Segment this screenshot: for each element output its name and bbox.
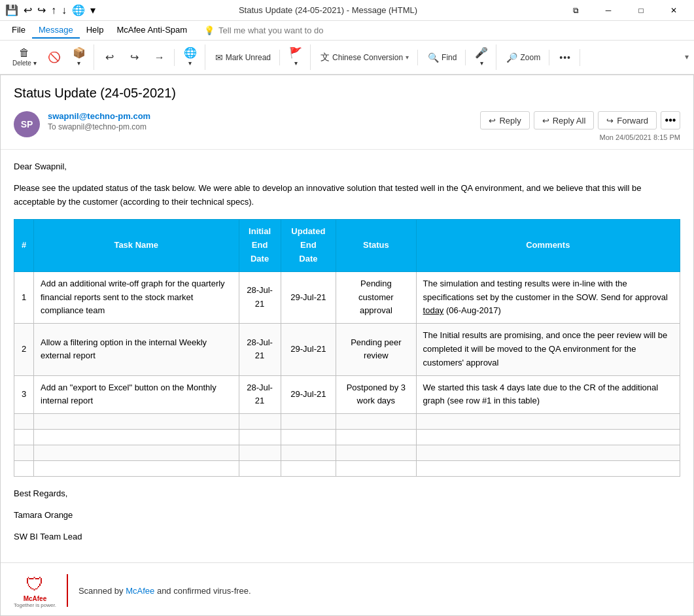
row3-status: Postponed by 3 work days <box>336 375 416 414</box>
translate-icon[interactable]: 🌐 <box>72 4 85 16</box>
delete-button[interactable]: 🗑 Delete ▾ <box>8 44 41 70</box>
search-input[interactable] <box>218 26 349 35</box>
signature-closing: Best Regards, <box>14 487 680 501</box>
maximize-button[interactable]: □ <box>626 0 656 21</box>
avatar: SP <box>14 111 40 137</box>
row2-status: Pending peer review <box>336 324 416 375</box>
mcafee-tagline: Together is power. <box>14 602 56 608</box>
footer-confirmed-text: and confirmed virus-free. <box>154 586 251 596</box>
redo-icon: ↪ <box>130 52 139 63</box>
col-header-task: Task Name <box>34 220 239 271</box>
save-icon[interactable]: 💾 <box>5 4 18 16</box>
toolbar: 🗑 Delete ▾ 🚫 📦 ▾ ↩ ↪ → 🌐 ▾ ✉ Mark Unrea <box>0 41 694 75</box>
menu-message[interactable]: Message <box>32 22 80 39</box>
chinese-conversion-label: Chinese Conversion <box>332 53 403 62</box>
row3-updated: 29-Jul-21 <box>281 375 336 414</box>
redo-icon[interactable]: ↪ <box>37 4 46 16</box>
mcafee-shield-icon: 🛡 <box>26 573 44 595</box>
minimize-button[interactable]: ─ <box>593 0 623 21</box>
forward-label: Forward <box>617 116 648 126</box>
reply-button[interactable]: ↩ Reply <box>480 111 529 129</box>
email-timestamp: Mon 24/05/2021 8:15 PM <box>599 133 680 141</box>
more-email-icon: ••• <box>665 114 676 126</box>
translate-arrow: ▾ <box>188 60 192 67</box>
menu-file[interactable]: File <box>5 22 32 39</box>
ignore-button[interactable]: 🚫 <box>43 49 66 66</box>
dictate-icon: 🎤 <box>475 48 488 58</box>
close-button[interactable]: ✕ <box>659 0 689 21</box>
table-row: 2 Allow a filtering option in the intern… <box>14 324 680 375</box>
menu-mcafee[interactable]: McAfee Anti-Spam <box>110 22 194 39</box>
find-button[interactable]: 🔍 Find <box>422 50 462 65</box>
row1-num: 1 <box>14 271 34 323</box>
chinese-icon: 文 <box>321 53 330 62</box>
window-controls: ⧉ ─ □ ✕ <box>561 0 689 21</box>
find-icon: 🔍 <box>428 53 439 62</box>
globe-icon: 🌐 <box>184 48 197 58</box>
zoom-label: Zoom <box>520 53 540 62</box>
row3-num: 3 <box>14 375 34 414</box>
menu-search: 💡 <box>204 26 349 35</box>
undo-button[interactable]: ↩ <box>98 49 122 66</box>
email-table: # Task Name InitialEnd Date Updated EndD… <box>14 219 680 477</box>
title-bar: 💾 ↩ ↪ ↑ ↓ 🌐 ▾ Status Update (24-05-2021)… <box>0 0 694 21</box>
row2-updated: 29-Jul-21 <box>281 324 336 375</box>
to-email: swapnil@techno-pm.com <box>58 122 147 131</box>
mcafee-brand: McAfee <box>24 595 47 602</box>
menu-help[interactable]: Help <box>80 22 111 39</box>
sender-to: To swapnil@techno-pm.com <box>48 122 150 131</box>
delete-icon: 🗑 <box>19 48 29 58</box>
ignore-icon: 🚫 <box>48 52 61 63</box>
row1-initial: 28-Jul-21 <box>239 271 281 323</box>
forward-button[interactable]: → <box>148 49 171 66</box>
up-arrow-icon[interactable]: ↑ <box>51 5 56 16</box>
mark-unread-label: Mark Unread <box>226 53 271 62</box>
more-icon[interactable]: ▾ <box>90 4 95 16</box>
email-actions-right: ↩ Reply ↩ Reply All ↪ Forward ••• Mon 24… <box>480 111 680 141</box>
undo-icon[interactable]: ↩ <box>24 4 32 16</box>
chinese-conversion-button[interactable]: 文 Chinese Conversion ▾ <box>315 50 415 65</box>
down-arrow-icon[interactable]: ↓ <box>61 5 67 16</box>
redo-button[interactable]: ↪ <box>123 49 147 66</box>
toolbar-group-find: 🔍 Find <box>419 50 466 65</box>
sender-email[interactable]: swapnil@techno-pm.com <box>48 111 150 121</box>
col-header-initial: InitialEnd Date <box>239 220 281 271</box>
sender-area: SP swapnil@techno-pm.com To swapnil@tech… <box>14 111 150 137</box>
footer-text: Scanned by McAfee and confirmed virus-fr… <box>78 586 251 596</box>
email-more-button[interactable]: ••• <box>661 111 680 129</box>
more-options-button[interactable]: ••• <box>553 49 577 66</box>
zoom-button[interactable]: 🔎 Zoom <box>500 50 546 65</box>
reply-all-button[interactable]: ↩ Reply All <box>534 111 595 129</box>
email-greeting: Dear Swapnil, <box>14 160 680 174</box>
email-window: Status Update (24-05-2021) SP swapnil@te… <box>0 75 694 616</box>
email-meta: SP swapnil@techno-pm.com To swapnil@tech… <box>1 106 693 150</box>
reply-all-icon: ↩ <box>542 116 549 126</box>
undo-icon: ↩ <box>105 52 114 63</box>
mcafee-link[interactable]: McAfee <box>126 586 154 596</box>
expand-toolbar-button[interactable]: ▾ <box>685 52 689 61</box>
row1-updated: 29-Jul-21 <box>281 271 336 323</box>
flag-button[interactable]: 🚩 ▾ <box>284 44 307 70</box>
dictate-button[interactable]: 🎤 ▾ <box>470 44 493 70</box>
more-dots-icon: ••• <box>559 52 571 63</box>
cleanup-button[interactable]: 📦 ▾ <box>67 44 91 70</box>
translate-button[interactable]: 🌐 ▾ <box>179 44 202 70</box>
toolbar-group-flag: 🚩 ▾ <box>281 44 311 70</box>
row2-comments: The Initial results are promising, and o… <box>416 324 680 375</box>
toolbar-group-delete: 🗑 Delete ▾ 🚫 📦 ▾ <box>5 44 94 70</box>
toolbar-group-nav: ↩ ↪ → <box>95 49 175 66</box>
flag-icon: 🚩 <box>289 48 302 58</box>
title-bar-left: 💾 ↩ ↪ ↑ ↓ 🌐 ▾ <box>5 4 95 16</box>
col-header-updated: Updated EndDate <box>281 220 336 271</box>
mark-unread-button[interactable]: ✉ Mark Unread <box>209 50 277 65</box>
email-signature: Best Regards, Tamara Orange SW BI Team L… <box>14 487 680 543</box>
row1-status: Pending customer approval <box>336 271 416 323</box>
tile-button[interactable]: ⧉ <box>561 0 591 21</box>
mcafee-logo: 🛡 McAfee Together is power. <box>14 573 56 608</box>
window-title: Status Update (24-05-2021) - Message (HT… <box>95 5 561 15</box>
email-action-buttons: ↩ Reply ↩ Reply All ↪ Forward ••• <box>480 111 680 129</box>
table-row-empty <box>14 430 680 445</box>
toolbar-group-chinese: 文 Chinese Conversion ▾ <box>312 50 418 65</box>
email-body: Dear Swapnil, Please see the updated sta… <box>1 150 693 562</box>
forward-email-button[interactable]: ↪ Forward <box>598 111 657 129</box>
